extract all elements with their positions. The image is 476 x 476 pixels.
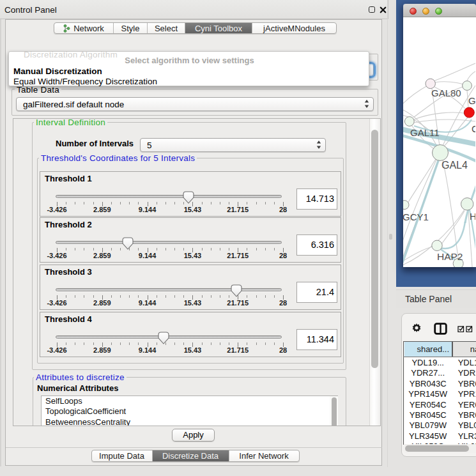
svg-text:GCY1: GCY1 (403, 211, 429, 222)
svg-text:C: C (472, 123, 475, 134)
svg-text:H: H (470, 211, 475, 222)
svg-text:GAL4: GAL4 (441, 160, 468, 171)
svg-text:GAL11: GAL11 (410, 127, 440, 138)
svg-text:HAP2: HAP2 (437, 251, 463, 262)
svg-text:GAL80: GAL80 (431, 88, 461, 98)
svg-text:GA: GA (468, 95, 475, 106)
